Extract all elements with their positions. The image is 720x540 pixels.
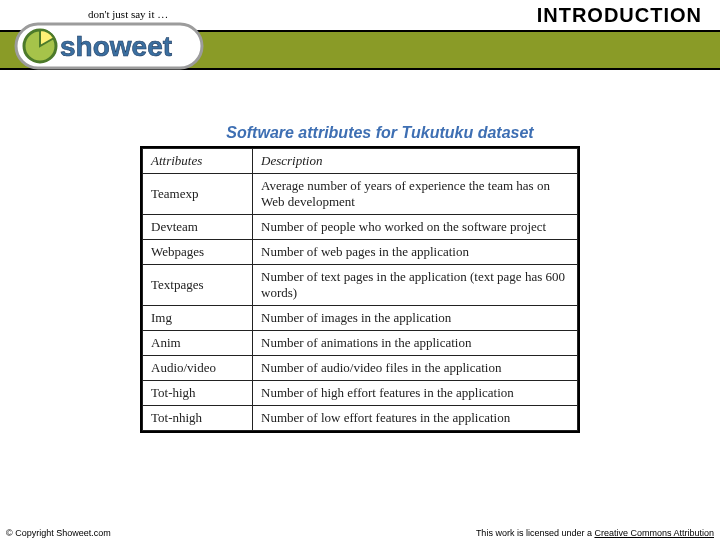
table-row: TextpagesNumber of text pages in the app… (143, 265, 578, 306)
logo-wordmark: showeet (60, 31, 172, 62)
cell-desc: Number of animations in the application (253, 331, 578, 356)
cell-attr: Tot-high (143, 381, 253, 406)
cell-attr: Audio/video (143, 356, 253, 381)
attributes-table: Attributes Description TeamexpAverage nu… (142, 148, 578, 431)
attributes-table-wrap: Attributes Description TeamexpAverage nu… (140, 146, 580, 433)
cell-desc: Number of people who worked on the softw… (253, 215, 578, 240)
cell-attr: Img (143, 306, 253, 331)
caption-text: Software attributes for Tukutuku dataset (226, 124, 533, 141)
table-row: Tot-nhighNumber of low effort features i… (143, 406, 578, 431)
license-link[interactable]: Creative Commons Attribution (594, 528, 714, 538)
table-row: Audio/videoNumber of audio/video files i… (143, 356, 578, 381)
slide-header: INTRODUCTION don't just say it … showeet (0, 0, 720, 72)
table-row: DevteamNumber of people who worked on th… (143, 215, 578, 240)
license-text: This work is licensed under a Creative C… (476, 528, 714, 538)
slide-body: Software attributes for Tukutuku dataset… (0, 72, 720, 433)
table-header-row: Attributes Description (143, 149, 578, 174)
showeet-logo: don't just say it … showeet (10, 4, 210, 74)
cell-desc: Number of web pages in the application (253, 240, 578, 265)
table-row: AnimNumber of animations in the applicat… (143, 331, 578, 356)
copyright-text: © Copyright Showeet.com (6, 528, 111, 538)
table-row: WebpagesNumber of web pages in the appli… (143, 240, 578, 265)
table-caption: Software attributes for Tukutuku dataset (40, 124, 720, 142)
cell-attr: Teamexp (143, 174, 253, 215)
slide-footer: © Copyright Showeet.com This work is lic… (6, 528, 714, 538)
cell-desc: Number of images in the application (253, 306, 578, 331)
cell-desc: Average number of years of experience th… (253, 174, 578, 215)
cell-attr: Devteam (143, 215, 253, 240)
page-title: INTRODUCTION (537, 4, 702, 27)
header-attributes: Attributes (143, 149, 253, 174)
table-row: TeamexpAverage number of years of experi… (143, 174, 578, 215)
cell-desc: Number of audio/video files in the appli… (253, 356, 578, 381)
cell-desc: Number of low effort features in the app… (253, 406, 578, 431)
cell-attr: Webpages (143, 240, 253, 265)
cell-desc: Number of high effort features in the ap… (253, 381, 578, 406)
license-prefix: This work is licensed under a (476, 528, 595, 538)
cell-attr: Tot-nhigh (143, 406, 253, 431)
cell-attr: Textpages (143, 265, 253, 306)
logo-tagline: don't just say it … (88, 8, 168, 20)
cell-desc: Number of text pages in the application … (253, 265, 578, 306)
table-row: Tot-highNumber of high effort features i… (143, 381, 578, 406)
cell-attr: Anim (143, 331, 253, 356)
header-description: Description (253, 149, 578, 174)
table-row: ImgNumber of images in the application (143, 306, 578, 331)
